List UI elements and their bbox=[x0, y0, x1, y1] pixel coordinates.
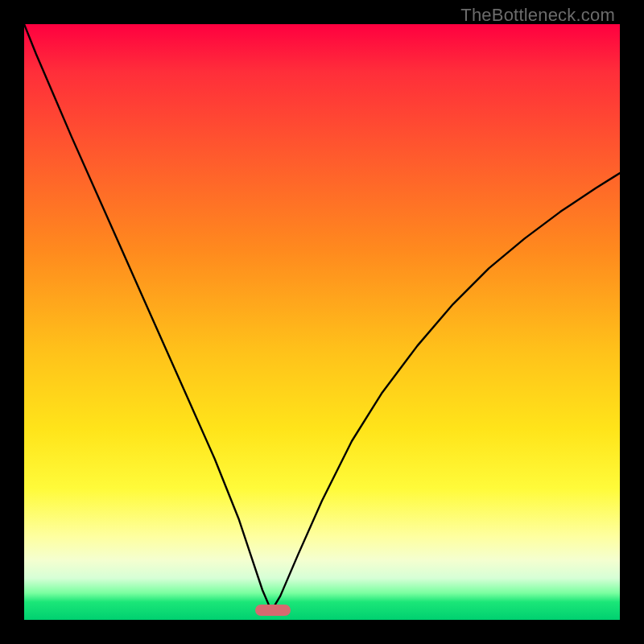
curve-svg bbox=[24, 24, 620, 620]
bottleneck-curve-path bbox=[24, 24, 620, 611]
optimal-marker bbox=[255, 605, 291, 616]
chart-frame: TheBottleneck.com bbox=[0, 0, 644, 644]
plot-area bbox=[24, 24, 620, 620]
watermark-text: TheBottleneck.com bbox=[460, 5, 615, 26]
